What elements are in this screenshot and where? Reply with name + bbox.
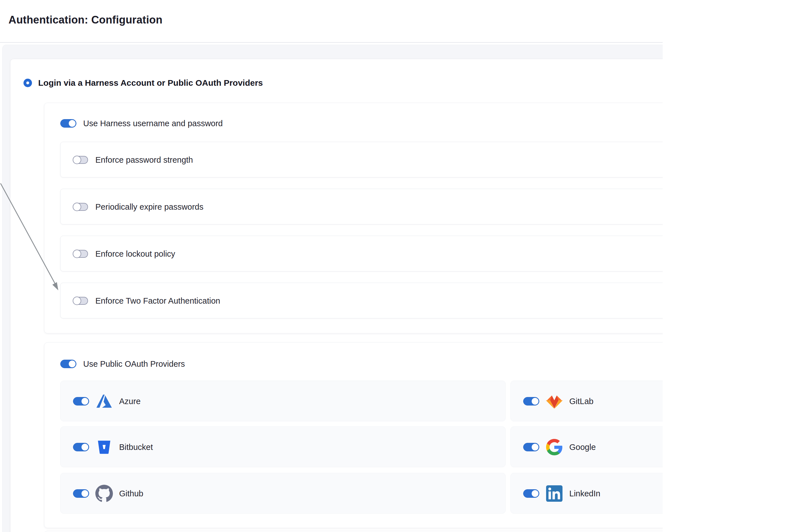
github-toggle[interactable] <box>73 489 89 498</box>
enforce-two-factor-label: Enforce Two Factor Authentication <box>95 296 220 306</box>
toggle-knob <box>532 490 538 497</box>
radio-selected-icon[interactable] <box>23 79 32 87</box>
azure-label: Azure <box>119 397 141 406</box>
sub-row: Enforce Two Factor Authentication <box>73 283 220 319</box>
google-toggle[interactable] <box>523 443 539 451</box>
linkedin-toggle[interactable] <box>523 489 539 498</box>
oauth-providers-card: Use Public OAuth Providers Azure <box>44 342 663 528</box>
gitlab-toggle[interactable] <box>523 397 539 405</box>
toggle-knob <box>73 156 81 164</box>
use-harness-username-toggle[interactable] <box>60 119 76 128</box>
gitlab-icon <box>545 393 563 410</box>
bitbucket-icon <box>95 438 113 456</box>
toggle-knob <box>81 398 88 405</box>
gitlab-label: GitLab <box>569 397 593 406</box>
toggle-knob <box>73 297 81 305</box>
enforce-password-strength-card: Enforce password strength <box>60 142 663 177</box>
provider-tile-google: Google <box>510 426 663 467</box>
use-public-oauth-row: Use Public OAuth Providers <box>60 359 185 368</box>
provider-tile-bitbucket: Bitbucket <box>60 426 506 467</box>
enforce-password-strength-label: Enforce password strength <box>95 155 193 165</box>
login-mechanism-card: Login via a Harness Account or Public OA… <box>10 59 663 532</box>
sub-row: Enforce password strength <box>73 142 193 178</box>
linkedin-icon <box>545 485 563 502</box>
linkedin-label: LinkedIn <box>569 489 600 498</box>
bitbucket-label: Bitbucket <box>119 442 153 452</box>
use-public-oauth-toggle[interactable] <box>60 360 76 368</box>
enforce-lockout-policy-toggle[interactable] <box>73 250 88 258</box>
toggle-knob <box>81 490 88 497</box>
toggle-knob <box>81 444 88 451</box>
app-content: Authentication: Configuration Login via … <box>0 0 663 532</box>
toggle-knob <box>69 120 76 127</box>
radio-label: Login via a Harness Account or Public OA… <box>38 78 263 88</box>
toggle-knob <box>69 361 76 367</box>
bitbucket-toggle[interactable] <box>73 443 89 451</box>
sub-row: Enforce lockout policy <box>73 236 175 272</box>
github-label: Github <box>119 489 143 498</box>
toggle-knob <box>73 203 81 211</box>
toggle-knob <box>73 250 81 258</box>
page-header: Authentication: Configuration <box>0 0 663 42</box>
enforce-two-factor-toggle[interactable] <box>73 297 88 305</box>
periodically-expire-passwords-label: Periodically expire passwords <box>95 202 204 212</box>
next-section-card-sliver <box>44 531 663 532</box>
enforce-lockout-policy-card: Enforce lockout policy <box>60 236 663 271</box>
toggle-knob <box>532 444 538 451</box>
header-divider <box>0 42 663 43</box>
page-title: Authentication: Configuration <box>8 14 162 26</box>
periodically-expire-passwords-card: Periodically expire passwords <box>60 189 663 224</box>
enforce-password-strength-toggle[interactable] <box>73 156 88 164</box>
github-icon <box>95 485 113 502</box>
sub-row: Periodically expire passwords <box>73 189 204 225</box>
use-harness-username-row: Use Harness username and password <box>60 119 223 128</box>
use-public-oauth-label: Use Public OAuth Providers <box>83 359 185 369</box>
provider-tile-linkedin: LinkedIn <box>510 473 663 514</box>
provider-tile-azure: Azure <box>60 381 506 421</box>
azure-icon <box>95 393 113 410</box>
enforce-two-factor-card: Enforce Two Factor Authentication <box>60 283 663 318</box>
azure-toggle[interactable] <box>73 397 89 405</box>
enforce-lockout-policy-label: Enforce lockout policy <box>95 249 175 259</box>
toggle-knob <box>532 398 538 405</box>
google-icon <box>545 438 563 456</box>
periodically-expire-passwords-toggle[interactable] <box>73 203 88 211</box>
screenshot-root: Authentication: Configuration Login via … <box>0 0 790 532</box>
google-label: Google <box>569 442 596 452</box>
use-harness-username-label: Use Harness username and password <box>83 119 223 128</box>
username-password-card: Use Harness username and password Enforc… <box>44 103 663 334</box>
provider-tile-github: Github <box>60 473 506 514</box>
provider-tile-gitlab: GitLab <box>510 381 663 421</box>
login-mechanism-radio-row: Login via a Harness Account or Public OA… <box>23 77 263 89</box>
